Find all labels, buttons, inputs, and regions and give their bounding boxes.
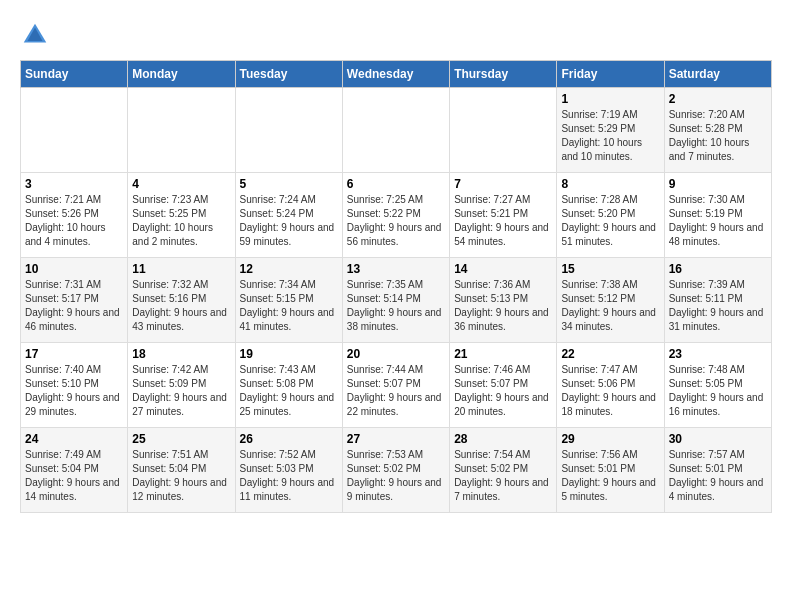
day-cell-21: 21Sunrise: 7:46 AM Sunset: 5:07 PM Dayli…	[450, 343, 557, 428]
empty-cell	[128, 88, 235, 173]
day-info: Sunrise: 7:53 AM Sunset: 5:02 PM Dayligh…	[347, 448, 445, 504]
day-number: 16	[669, 262, 767, 276]
day-number: 8	[561, 177, 659, 191]
day-cell-6: 6Sunrise: 7:25 AM Sunset: 5:22 PM Daylig…	[342, 173, 449, 258]
day-number: 20	[347, 347, 445, 361]
day-cell-1: 1Sunrise: 7:19 AM Sunset: 5:29 PM Daylig…	[557, 88, 664, 173]
day-cell-13: 13Sunrise: 7:35 AM Sunset: 5:14 PM Dayli…	[342, 258, 449, 343]
day-cell-28: 28Sunrise: 7:54 AM Sunset: 5:02 PM Dayli…	[450, 428, 557, 513]
day-cell-14: 14Sunrise: 7:36 AM Sunset: 5:13 PM Dayli…	[450, 258, 557, 343]
day-cell-2: 2Sunrise: 7:20 AM Sunset: 5:28 PM Daylig…	[664, 88, 771, 173]
day-info: Sunrise: 7:49 AM Sunset: 5:04 PM Dayligh…	[25, 448, 123, 504]
logo-icon	[20, 20, 50, 50]
day-number: 23	[669, 347, 767, 361]
day-number: 9	[669, 177, 767, 191]
day-cell-26: 26Sunrise: 7:52 AM Sunset: 5:03 PM Dayli…	[235, 428, 342, 513]
day-info: Sunrise: 7:38 AM Sunset: 5:12 PM Dayligh…	[561, 278, 659, 334]
day-number: 13	[347, 262, 445, 276]
day-info: Sunrise: 7:43 AM Sunset: 5:08 PM Dayligh…	[240, 363, 338, 419]
day-number: 2	[669, 92, 767, 106]
day-number: 1	[561, 92, 659, 106]
page-header	[20, 20, 772, 50]
day-number: 24	[25, 432, 123, 446]
empty-cell	[235, 88, 342, 173]
day-info: Sunrise: 7:28 AM Sunset: 5:20 PM Dayligh…	[561, 193, 659, 249]
day-number: 10	[25, 262, 123, 276]
day-info: Sunrise: 7:56 AM Sunset: 5:01 PM Dayligh…	[561, 448, 659, 504]
empty-cell	[342, 88, 449, 173]
day-cell-22: 22Sunrise: 7:47 AM Sunset: 5:06 PM Dayli…	[557, 343, 664, 428]
day-cell-23: 23Sunrise: 7:48 AM Sunset: 5:05 PM Dayli…	[664, 343, 771, 428]
day-cell-5: 5Sunrise: 7:24 AM Sunset: 5:24 PM Daylig…	[235, 173, 342, 258]
day-info: Sunrise: 7:23 AM Sunset: 5:25 PM Dayligh…	[132, 193, 230, 249]
day-cell-3: 3Sunrise: 7:21 AM Sunset: 5:26 PM Daylig…	[21, 173, 128, 258]
day-cell-18: 18Sunrise: 7:42 AM Sunset: 5:09 PM Dayli…	[128, 343, 235, 428]
day-cell-9: 9Sunrise: 7:30 AM Sunset: 5:19 PM Daylig…	[664, 173, 771, 258]
day-number: 4	[132, 177, 230, 191]
day-info: Sunrise: 7:36 AM Sunset: 5:13 PM Dayligh…	[454, 278, 552, 334]
day-cell-12: 12Sunrise: 7:34 AM Sunset: 5:15 PM Dayli…	[235, 258, 342, 343]
day-info: Sunrise: 7:57 AM Sunset: 5:01 PM Dayligh…	[669, 448, 767, 504]
day-info: Sunrise: 7:24 AM Sunset: 5:24 PM Dayligh…	[240, 193, 338, 249]
day-cell-30: 30Sunrise: 7:57 AM Sunset: 5:01 PM Dayli…	[664, 428, 771, 513]
weekday-header-sunday: Sunday	[21, 61, 128, 88]
day-info: Sunrise: 7:19 AM Sunset: 5:29 PM Dayligh…	[561, 108, 659, 164]
day-info: Sunrise: 7:46 AM Sunset: 5:07 PM Dayligh…	[454, 363, 552, 419]
day-cell-24: 24Sunrise: 7:49 AM Sunset: 5:04 PM Dayli…	[21, 428, 128, 513]
day-number: 27	[347, 432, 445, 446]
weekday-header-tuesday: Tuesday	[235, 61, 342, 88]
empty-cell	[450, 88, 557, 173]
day-cell-10: 10Sunrise: 7:31 AM Sunset: 5:17 PM Dayli…	[21, 258, 128, 343]
day-number: 12	[240, 262, 338, 276]
day-number: 14	[454, 262, 552, 276]
day-number: 28	[454, 432, 552, 446]
day-number: 7	[454, 177, 552, 191]
day-number: 19	[240, 347, 338, 361]
day-info: Sunrise: 7:42 AM Sunset: 5:09 PM Dayligh…	[132, 363, 230, 419]
day-info: Sunrise: 7:31 AM Sunset: 5:17 PM Dayligh…	[25, 278, 123, 334]
day-number: 11	[132, 262, 230, 276]
day-number: 18	[132, 347, 230, 361]
day-number: 30	[669, 432, 767, 446]
day-cell-16: 16Sunrise: 7:39 AM Sunset: 5:11 PM Dayli…	[664, 258, 771, 343]
day-number: 17	[25, 347, 123, 361]
day-cell-15: 15Sunrise: 7:38 AM Sunset: 5:12 PM Dayli…	[557, 258, 664, 343]
day-info: Sunrise: 7:35 AM Sunset: 5:14 PM Dayligh…	[347, 278, 445, 334]
weekday-header-monday: Monday	[128, 61, 235, 88]
day-info: Sunrise: 7:52 AM Sunset: 5:03 PM Dayligh…	[240, 448, 338, 504]
day-cell-29: 29Sunrise: 7:56 AM Sunset: 5:01 PM Dayli…	[557, 428, 664, 513]
day-cell-4: 4Sunrise: 7:23 AM Sunset: 5:25 PM Daylig…	[128, 173, 235, 258]
weekday-header-friday: Friday	[557, 61, 664, 88]
day-info: Sunrise: 7:34 AM Sunset: 5:15 PM Dayligh…	[240, 278, 338, 334]
day-info: Sunrise: 7:25 AM Sunset: 5:22 PM Dayligh…	[347, 193, 445, 249]
day-info: Sunrise: 7:47 AM Sunset: 5:06 PM Dayligh…	[561, 363, 659, 419]
day-info: Sunrise: 7:44 AM Sunset: 5:07 PM Dayligh…	[347, 363, 445, 419]
day-info: Sunrise: 7:51 AM Sunset: 5:04 PM Dayligh…	[132, 448, 230, 504]
day-cell-25: 25Sunrise: 7:51 AM Sunset: 5:04 PM Dayli…	[128, 428, 235, 513]
logo	[20, 20, 54, 50]
day-cell-19: 19Sunrise: 7:43 AM Sunset: 5:08 PM Dayli…	[235, 343, 342, 428]
day-info: Sunrise: 7:40 AM Sunset: 5:10 PM Dayligh…	[25, 363, 123, 419]
empty-cell	[21, 88, 128, 173]
day-info: Sunrise: 7:48 AM Sunset: 5:05 PM Dayligh…	[669, 363, 767, 419]
day-number: 5	[240, 177, 338, 191]
day-info: Sunrise: 7:21 AM Sunset: 5:26 PM Dayligh…	[25, 193, 123, 249]
day-cell-11: 11Sunrise: 7:32 AM Sunset: 5:16 PM Dayli…	[128, 258, 235, 343]
calendar: SundayMondayTuesdayWednesdayThursdayFrid…	[20, 60, 772, 513]
day-number: 22	[561, 347, 659, 361]
day-cell-7: 7Sunrise: 7:27 AM Sunset: 5:21 PM Daylig…	[450, 173, 557, 258]
day-info: Sunrise: 7:54 AM Sunset: 5:02 PM Dayligh…	[454, 448, 552, 504]
day-cell-20: 20Sunrise: 7:44 AM Sunset: 5:07 PM Dayli…	[342, 343, 449, 428]
day-number: 26	[240, 432, 338, 446]
weekday-header-saturday: Saturday	[664, 61, 771, 88]
day-number: 21	[454, 347, 552, 361]
day-info: Sunrise: 7:32 AM Sunset: 5:16 PM Dayligh…	[132, 278, 230, 334]
day-info: Sunrise: 7:39 AM Sunset: 5:11 PM Dayligh…	[669, 278, 767, 334]
day-cell-27: 27Sunrise: 7:53 AM Sunset: 5:02 PM Dayli…	[342, 428, 449, 513]
day-info: Sunrise: 7:27 AM Sunset: 5:21 PM Dayligh…	[454, 193, 552, 249]
day-info: Sunrise: 7:20 AM Sunset: 5:28 PM Dayligh…	[669, 108, 767, 164]
weekday-header-thursday: Thursday	[450, 61, 557, 88]
day-cell-17: 17Sunrise: 7:40 AM Sunset: 5:10 PM Dayli…	[21, 343, 128, 428]
day-info: Sunrise: 7:30 AM Sunset: 5:19 PM Dayligh…	[669, 193, 767, 249]
day-number: 29	[561, 432, 659, 446]
